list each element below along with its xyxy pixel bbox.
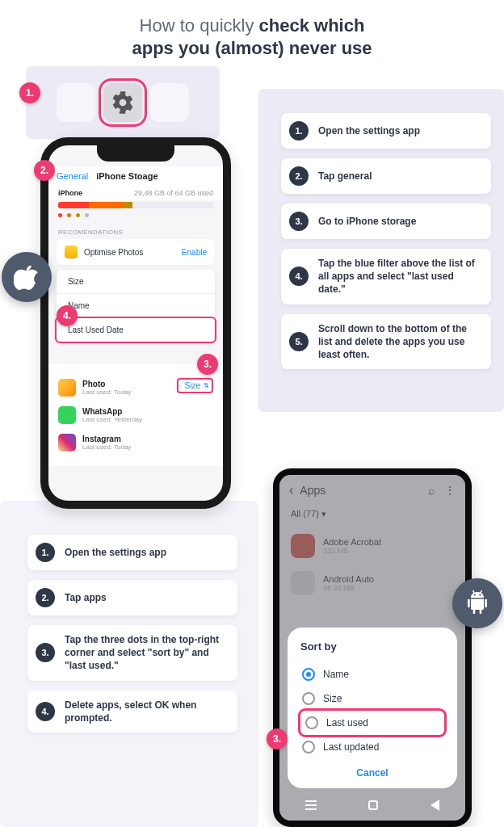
screen-title: iPhone Stoage <box>96 171 158 181</box>
sort-radio-name[interactable]: Name <box>300 662 444 686</box>
radio-label: Name <box>323 669 349 680</box>
enable-button[interactable]: Enable <box>182 248 207 257</box>
photo-icon <box>58 379 76 397</box>
android-step: 1.Open the settings app <box>27 535 237 570</box>
app-name: Instagram <box>82 434 131 443</box>
home-button[interactable] <box>368 800 378 810</box>
android-step: 3.Tap the three dots in the top-right co… <box>27 625 237 681</box>
radio-icon <box>302 692 315 705</box>
app-name: Photo <box>82 380 131 388</box>
android-step: 2.Tap apps <box>27 580 237 615</box>
step-number: 4. <box>36 702 55 721</box>
gear-icon <box>111 90 135 115</box>
step-number: 1. <box>36 543 55 562</box>
step-text: Open the settings app <box>318 124 420 137</box>
callout-badge-3: 3. <box>197 354 218 375</box>
android-navbar <box>279 795 465 816</box>
step-number: 2. <box>36 588 55 607</box>
app-name: WhatsApp <box>82 407 142 416</box>
sort-option-size[interactable]: Size <box>57 270 215 294</box>
ios-step: 2.Tap general <box>281 158 491 194</box>
radio-icon <box>302 668 315 681</box>
storage-usage: 29,48 GB of 64 GB used <box>134 189 213 197</box>
back-button[interactable] <box>430 800 439 811</box>
ios-step-list: 1.Open the settings app 2.Tap general 3.… <box>281 113 491 369</box>
sort-radio-last-updated[interactable]: Last updated <box>300 735 444 759</box>
step-text: Open the settings app <box>65 546 166 559</box>
cancel-button[interactable]: Cancel <box>300 759 444 780</box>
sort-radio-size[interactable]: Size <box>300 686 444 711</box>
app-row[interactable]: WhatsAppLast used: Yesterday <box>58 401 213 429</box>
step-text: Tap the three dots in the top-right corn… <box>65 633 228 673</box>
app-row[interactable]: InstagramLast used: Today <box>58 429 213 456</box>
sort-sheet: Sort by Name Size Last used Last updated… <box>288 628 457 788</box>
whatsapp-icon <box>58 406 76 424</box>
step-number: 1. <box>289 121 309 141</box>
recents-button[interactable] <box>305 800 317 810</box>
settings-app-icon[interactable] <box>103 83 142 122</box>
radio-label: Last used <box>326 717 368 728</box>
sort-radio-last-used[interactable]: Last used <box>300 711 444 735</box>
sort-menu: Size Name Last Used Date <box>57 270 215 342</box>
android-step-list: 1.Open the settings app 2.Tap apps 3.Tap… <box>27 535 237 733</box>
android-icon <box>464 590 490 616</box>
nav-bar: General iPhone Stoage <box>48 166 223 186</box>
step-text: Delete apps, select OK when prompted. <box>65 699 228 724</box>
radio-label: Size <box>323 693 342 704</box>
step-number: 2. <box>289 166 309 186</box>
step-text: Tap apps <box>65 591 107 604</box>
homescreen-tile <box>150 83 189 122</box>
step-text: Tap general <box>318 170 372 183</box>
step-number: 5. <box>289 332 309 351</box>
android-platform-badge <box>452 578 502 628</box>
step-text: Tap the blue filter above the list of al… <box>318 257 481 296</box>
app-subtext: Last used: Today <box>82 388 131 396</box>
app-subtext: Last used: Yesterday <box>82 416 142 423</box>
ios-step: 3.Go to iPhone storage <box>281 204 491 239</box>
homescreen-tile <box>57 83 95 122</box>
app-subtext: Last used: Today <box>82 443 131 451</box>
callout-badge-4: 4. <box>57 305 78 326</box>
radio-icon <box>302 741 315 754</box>
ios-step: 5.Scroll down to the bottom of the list … <box>281 314 491 370</box>
optimise-label: Optimise Photos <box>84 248 143 257</box>
storage-legend <box>48 213 223 222</box>
step-number: 3. <box>36 643 55 662</box>
sort-chip[interactable]: Size <box>177 378 213 393</box>
apple-platform-badge <box>2 252 52 302</box>
step-number: 4. <box>289 267 309 286</box>
settings-icon-callout <box>26 66 220 139</box>
callout-badge-1: 1. <box>19 82 40 103</box>
apple-icon <box>14 264 40 290</box>
device-name: iPhone <box>58 189 82 197</box>
radio-label: Last updated <box>323 741 379 753</box>
iphone-notch <box>97 144 174 162</box>
android-step: 4.Delete apps, select OK when prompted. <box>27 691 237 733</box>
sort-option-last-used[interactable]: Last Used Date <box>57 318 215 342</box>
sort-option-name[interactable]: Name <box>57 294 215 318</box>
page-title: How to quickly check which apps you (alm… <box>0 15 504 59</box>
storage-row: iPhone 29,48 GB of 64 GB used <box>48 186 223 200</box>
photos-icon <box>65 246 78 258</box>
recommendations-label: RECOMENDATIONS <box>48 222 223 239</box>
ios-step: 4.Tap the blue filter above the list of … <box>281 249 491 304</box>
callout-badge-2: 2. <box>34 160 55 181</box>
instagram-icon <box>58 434 76 451</box>
step-number: 3. <box>289 212 309 231</box>
android-mockup: ‹ Apps ⌕ ⋮ All (77) ▾ Adobe Acrobat332 M… <box>273 468 472 827</box>
radio-icon <box>305 716 318 729</box>
storage-bar <box>58 202 213 208</box>
sheet-title: Sort by <box>300 640 444 653</box>
ios-step: 1.Open the settings app <box>281 113 491 149</box>
step-text: Go to iPhone storage <box>318 215 416 228</box>
back-button[interactable]: General <box>57 171 88 181</box>
android-callout-badge-3: 3. <box>267 728 288 749</box>
optimise-card: Optimise Photos Enable <box>57 239 215 265</box>
step-text: Scroll down to the bottom of the list an… <box>318 322 481 362</box>
